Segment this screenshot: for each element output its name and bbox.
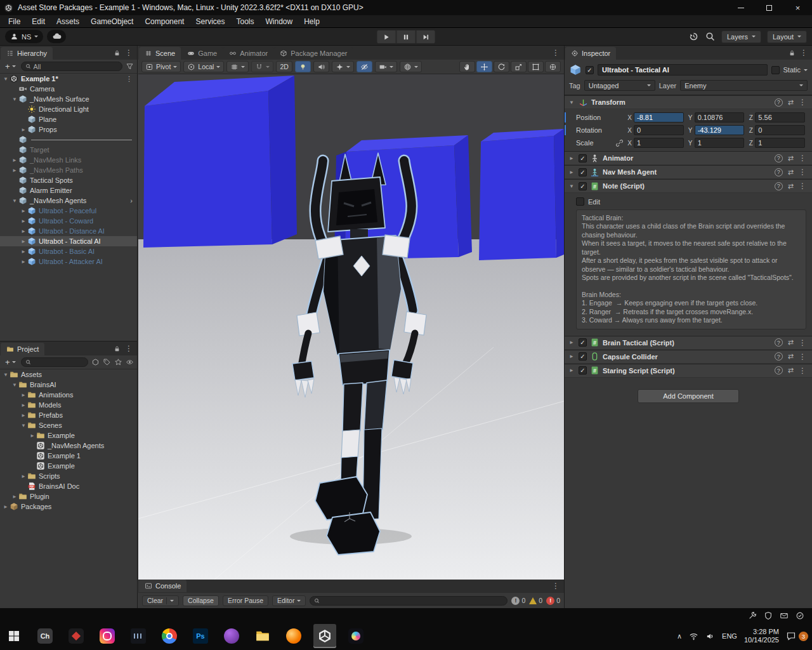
component-header-nav-mesh-agent[interactable]: ►Nav Mesh Agent?⇄⋮	[565, 165, 812, 179]
transform-header[interactable]: ▼ Transform ? ⇄ ⋮	[565, 95, 812, 109]
kebab-menu-icon[interactable]: ⋮	[126, 75, 137, 83]
play-button[interactable]	[377, 30, 396, 44]
hierarchy-item[interactable]: ►_NavMesh Links	[0, 155, 137, 165]
hierarchy-item[interactable]: ▼Example 1*⋮	[0, 74, 137, 84]
console-error-badge[interactable]: ! 0	[546, 597, 560, 605]
rotate-tool-button[interactable]	[494, 61, 509, 72]
tab-game[interactable]: Game	[181, 47, 223, 60]
project-item[interactable]: ►Animations	[0, 390, 137, 400]
hierarchy-item[interactable]: ►_NavMesh Paths	[0, 165, 137, 175]
rotation-z-field[interactable]	[755, 125, 805, 135]
twisty-closed-icon[interactable]: ►	[568, 354, 575, 359]
console-search-input[interactable]	[322, 596, 503, 606]
hierarchy-item[interactable]: ▼_NavMesh Agents›	[0, 196, 137, 206]
layer-dropdown[interactable]: Enemy	[680, 80, 808, 91]
scene-viewport[interactable]	[138, 74, 564, 580]
console-editor-dropdown[interactable]: Editor	[272, 595, 306, 606]
kebab-menu-icon[interactable]: ⋮	[799, 182, 806, 190]
help-icon[interactable]: ?	[775, 154, 783, 162]
component-header-note-script-[interactable]: ▼#Note (Script)?⇄⋮	[565, 179, 812, 193]
kebab-menu-icon[interactable]: ⋮	[799, 339, 806, 347]
close-button[interactable]: ×	[783, 0, 812, 15]
hierarchy-item[interactable]: Directional Light	[0, 104, 137, 114]
scene-viewport-canvas[interactable]	[138, 74, 564, 580]
taskbar-instagram-button[interactable]	[96, 624, 119, 648]
scene-visibility-toggle[interactable]	[357, 61, 372, 72]
menu-services[interactable]: Services	[190, 15, 230, 28]
move-tool-button[interactable]	[476, 61, 492, 72]
taskbar-start-button[interactable]	[3, 624, 25, 648]
network-icon[interactable]	[689, 632, 698, 641]
scale-x-field[interactable]	[634, 138, 684, 148]
layers-dropdown[interactable]: Layers	[721, 30, 761, 43]
menu-gameobject[interactable]: GameObject	[85, 15, 139, 28]
hand-tool-button[interactable]	[459, 61, 475, 72]
add-component-button[interactable]: Add Component	[638, 389, 739, 403]
twisty-closed-icon[interactable]: ►	[20, 392, 27, 398]
console-error-pause-toggle[interactable]: Error Pause	[223, 595, 268, 606]
tools-tray-icon[interactable]	[748, 611, 757, 620]
project-item[interactable]: ►Prefabs	[0, 410, 137, 420]
project-item[interactable]: ►Models	[0, 400, 137, 410]
hierarchy-item[interactable]: Tactical Spots	[0, 175, 137, 185]
rect-tool-button[interactable]	[528, 61, 544, 72]
presets-icon[interactable]: ⇄	[788, 338, 794, 347]
restore-button[interactable]	[755, 0, 783, 15]
kebab-menu-icon[interactable]: ⋮	[552, 49, 560, 56]
hierarchy-item[interactable]: ►Ultrabot - Coward	[0, 216, 137, 226]
twisty-closed-icon[interactable]: ►	[20, 402, 27, 408]
effects-dropdown[interactable]	[332, 61, 354, 72]
hierarchy-item[interactable]: Plane	[0, 114, 137, 124]
twisty-open-icon[interactable]: ▼	[11, 198, 18, 204]
component-enabled-checkbox[interactable]	[579, 168, 587, 176]
help-icon[interactable]: ?	[775, 168, 783, 176]
global-search-button[interactable]	[705, 31, 716, 42]
menu-tools[interactable]: Tools	[230, 15, 259, 28]
chevron-right-icon[interactable]: ›	[130, 197, 137, 204]
twisty-closed-icon[interactable]: ►	[20, 249, 27, 255]
tab-package-manager[interactable]: Package Manager	[274, 47, 353, 60]
twisty-closed-icon[interactable]: ►	[20, 208, 27, 214]
twisty-open-icon[interactable]: ▼	[568, 183, 575, 189]
scale-link-icon[interactable]	[615, 139, 624, 147]
project-item[interactable]: ►Scripts	[0, 471, 137, 481]
twisty-open-icon[interactable]: ▼	[11, 96, 18, 102]
taskbar-file-explorer-button[interactable]	[251, 624, 274, 648]
search-by-label-icon[interactable]	[103, 358, 111, 366]
component-header-brain-tactical-script-[interactable]: ►#Brain Tactical (Script)?⇄⋮	[565, 336, 812, 350]
lighting-toggle[interactable]	[295, 61, 311, 72]
kebab-menu-icon[interactable]: ⋮	[799, 154, 806, 162]
taskbar-app-colorful-button[interactable]	[344, 624, 367, 648]
grid-visibility-dropdown[interactable]	[226, 61, 249, 72]
hierarchy-item[interactable]: Camera	[0, 84, 137, 94]
component-enabled-checkbox[interactable]	[579, 352, 587, 361]
hierarchy-search-field[interactable]: All	[21, 62, 122, 71]
kebab-menu-icon[interactable]: ⋮	[125, 49, 133, 56]
taskbar-voicemeeter-button[interactable]	[127, 624, 150, 648]
taskbar-app-purple-button[interactable]	[220, 624, 243, 648]
taskbar-browser-orange-button[interactable]	[282, 624, 305, 648]
kebab-menu-icon[interactable]: ⋮	[799, 367, 806, 375]
twisty-closed-icon[interactable]: ►	[20, 127, 27, 133]
presets-icon[interactable]: ⇄	[788, 168, 794, 176]
twisty-closed-icon[interactable]: ►	[568, 156, 575, 161]
menu-assets[interactable]: Assets	[51, 15, 85, 28]
twisty-open-icon[interactable]: ▼	[568, 100, 575, 105]
project-item[interactable]: _NavMesh Agents	[0, 441, 137, 451]
project-item[interactable]: ►Example	[0, 430, 137, 441]
hierarchy-item[interactable]: ►Ultrabot - Attacker AI	[0, 256, 137, 267]
presets-icon[interactable]: ⇄	[788, 352, 794, 361]
project-item[interactable]: ▼Assets	[0, 369, 137, 380]
taskbar-photoshop-button[interactable]: Ps	[189, 624, 212, 648]
menu-component[interactable]: Component	[139, 15, 190, 28]
help-icon[interactable]: ?	[775, 98, 783, 107]
console-clear-button[interactable]: Clear	[142, 595, 179, 606]
shield-tray-icon[interactable]	[764, 611, 773, 620]
project-item[interactable]: PDFBrainsAI Doc	[0, 481, 137, 491]
twisty-closed-icon[interactable]: ►	[20, 229, 27, 234]
filter-icon[interactable]	[126, 62, 134, 70]
help-icon[interactable]: ?	[775, 352, 783, 361]
project-item[interactable]: Example	[0, 461, 137, 471]
twisty-closed-icon[interactable]: ►	[20, 239, 27, 244]
menu-edit[interactable]: Edit	[26, 15, 51, 28]
